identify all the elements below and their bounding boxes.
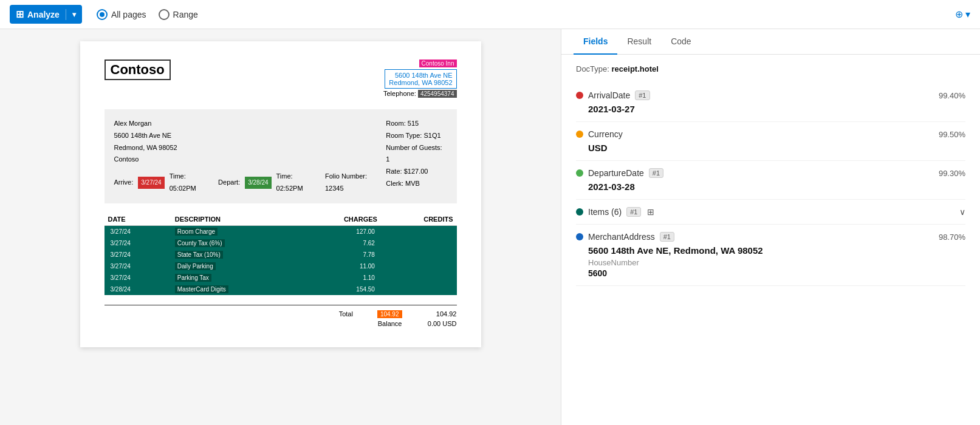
field-badge: #1 xyxy=(635,90,649,100)
folio-label: Folio Number: 12345 xyxy=(325,171,386,195)
charge-desc: MasterCard Digits xyxy=(171,284,297,295)
field-item: DepartureDate #1 99.30% 2021-03-28 xyxy=(576,161,965,200)
right-panel: Fields Result Code DocType: receipt.hote… xyxy=(561,29,980,425)
col-credits: CREDITS xyxy=(381,213,457,226)
right-tabs: Fields Result Code xyxy=(561,29,980,55)
charge-credit xyxy=(381,272,457,284)
all-pages-label: All pages xyxy=(111,10,146,19)
document-panel: Contoso Contoso Inn 5600 148th Ave NE Re… xyxy=(0,29,561,425)
field-badge: #1 xyxy=(660,232,674,242)
guest-name: Alex Morgan xyxy=(114,118,386,130)
charge-credit xyxy=(381,225,457,237)
field-dot xyxy=(576,169,583,177)
charge-date: 3/27/24 xyxy=(105,272,171,284)
arrive-date: 3/27/24 xyxy=(138,177,164,189)
layer-chevron-icon: ▾ xyxy=(965,8,970,20)
total-orange-value: 104.92 xyxy=(377,310,402,318)
depart-label: Depart: xyxy=(218,177,240,189)
charge-desc: State Tax (10%) xyxy=(171,249,297,260)
table-row: 3/27/24 Parking Tax 1.10 xyxy=(105,272,457,284)
charge-desc: Parking Tax xyxy=(171,272,297,284)
doctype-value: receipt.hotel xyxy=(612,64,659,73)
total-row: Total 104.92 104.92 xyxy=(105,310,457,318)
field-name: MerchantAddress xyxy=(588,232,655,242)
field-header: Items (6) #1 ⊞ ∨ xyxy=(576,207,965,217)
tab-result[interactable]: Result xyxy=(617,29,661,55)
analyze-button[interactable]: ⊞ Analyze ▾ xyxy=(10,5,82,24)
table-row: 3/27/24 Daily Parking 11.00 xyxy=(105,260,457,272)
charge-credit xyxy=(381,260,457,272)
layer-button[interactable]: ⊕ ▾ xyxy=(955,8,970,20)
table-row: 3/27/24 County Tax (6%) 7.62 xyxy=(105,237,457,249)
field-badge: #1 xyxy=(649,168,663,178)
table-row: 3/28/24 MasterCard Digits 154.50 xyxy=(105,284,457,295)
tab-code[interactable]: Code xyxy=(661,29,701,55)
field-value: 5600 148th Ave NE, Redmond, WA 98052 xyxy=(576,245,965,256)
range-radio-circle xyxy=(159,9,170,20)
doc-title: Contoso xyxy=(105,59,171,80)
telephone-value: 4254954374 xyxy=(418,90,457,98)
field-header: Currency 99.50% xyxy=(576,129,965,139)
field-confidence: 98.70% xyxy=(939,233,965,242)
field-badge: #1 xyxy=(626,207,641,217)
page-range-selector: All pages Range xyxy=(97,9,198,20)
tab-fields[interactable]: Fields xyxy=(574,29,617,55)
charge-amount: 7.62 xyxy=(296,237,380,249)
doctype-label: DocType: xyxy=(576,64,609,73)
document-page: Contoso Contoso Inn 5600 148th Ave NE Re… xyxy=(80,41,481,347)
charge-date: 3/27/24 xyxy=(105,237,171,249)
charge-desc: County Tax (6%) xyxy=(171,237,297,249)
all-pages-radio[interactable]: All pages xyxy=(97,9,146,20)
rate: Rate: $127.00 xyxy=(386,166,447,178)
guest-company: Contoso xyxy=(114,154,386,166)
charge-amount: 11.00 xyxy=(296,260,380,272)
address-box: 5600 148th Ave NE Redmond, WA 98052 xyxy=(385,69,456,89)
guest-info-box: Alex Morgan 5600 148th Ave NE Redmond, W… xyxy=(105,109,457,203)
field-sublabel: HouseNumber xyxy=(576,258,965,267)
table-icon: ⊞ xyxy=(647,207,654,217)
balance-label: Balance xyxy=(366,320,402,327)
charge-desc: Daily Parking xyxy=(171,260,297,272)
field-header: MerchantAddress #1 98.70% xyxy=(576,232,965,242)
doc-header: Contoso Contoso Inn 5600 148th Ave NE Re… xyxy=(105,59,457,97)
field-item: ArrivalDate #1 99.40% 2021-03-27 xyxy=(576,83,965,122)
charge-date: 3/27/24 xyxy=(105,249,171,260)
field-subvalue: 5600 xyxy=(576,268,965,278)
layer-icon: ⊕ xyxy=(955,8,963,20)
charge-date: 3/27/24 xyxy=(105,260,171,272)
guest-info-right: Room: 515 Room Type: S1Q1 Number of Gues… xyxy=(386,118,447,195)
right-content: DocType: receipt.hotel ArrivalDate #1 99… xyxy=(561,55,980,425)
guest-address1: 5600 148th Ave NE xyxy=(114,130,386,142)
totals-section: Total 104.92 104.92 Balance 0.00 USD xyxy=(105,305,457,327)
charges-table: DATE DESCRIPTION CHARGES CREDITS 3/27/24… xyxy=(105,213,457,295)
clerk: Clerk: MVB xyxy=(386,178,447,190)
time2-label: Time: 02:52PM xyxy=(276,171,320,195)
field-header: DepartureDate #1 99.30% xyxy=(576,168,965,178)
guest-address2: Redmond, WA 98052 xyxy=(114,142,386,154)
field-value: 2021-03-28 xyxy=(576,182,965,192)
range-radio[interactable]: Range xyxy=(159,9,198,20)
telephone-row: Telephone: 4254954374 xyxy=(383,90,457,97)
balance-row: Balance 0.00 USD xyxy=(105,320,457,327)
divider xyxy=(66,9,66,20)
field-expand-icon[interactable]: ∨ xyxy=(959,207,965,217)
room-number: Room: 515 xyxy=(386,118,447,130)
total-label: Total xyxy=(317,310,353,318)
doctype-row: DocType: receipt.hotel xyxy=(576,64,965,73)
col-charges: CHARGES xyxy=(296,213,380,226)
analyze-label: Analyze xyxy=(27,10,60,19)
field-confidence: 99.50% xyxy=(939,130,965,139)
field-dot xyxy=(576,92,583,99)
table-row: 3/27/24 State Tax (10%) 7.78 xyxy=(105,249,457,260)
charge-date: 3/27/24 xyxy=(105,225,171,237)
doc-address-block: Contoso Inn 5600 148th Ave NE Redmond, W… xyxy=(383,59,457,97)
charge-amount: 1.10 xyxy=(296,272,380,284)
main-layout: Contoso Contoso Inn 5600 148th Ave NE Re… xyxy=(0,29,980,425)
address-inn-label: Contoso Inn xyxy=(419,59,457,67)
analyze-icon: ⊞ xyxy=(16,8,24,20)
arrive-label: Arrive: xyxy=(114,177,134,189)
field-dot xyxy=(576,131,583,138)
charge-credit xyxy=(381,249,457,260)
charge-desc: Room Charge xyxy=(171,225,297,237)
fields-list: ArrivalDate #1 99.40% 2021-03-27 Currenc… xyxy=(576,83,965,286)
